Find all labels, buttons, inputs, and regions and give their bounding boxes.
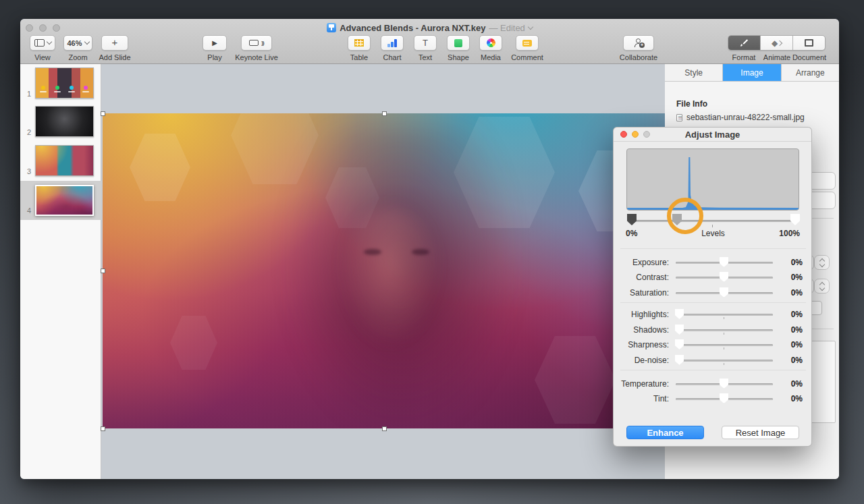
tab-image[interactable]: Image: [723, 64, 781, 81]
slider-value: 0%: [773, 324, 803, 336]
keynote-live-button[interactable]: )) Keynote Live: [241, 35, 272, 51]
chevron-down-icon: [46, 39, 51, 45]
slider-track[interactable]: [676, 360, 773, 362]
face-highlight: [339, 208, 440, 346]
format-label: Format: [732, 53, 756, 61]
table-label: Table: [350, 53, 368, 61]
window-title-row: Advanced Blends - Aurora NXT.key — Edite…: [20, 22, 839, 33]
document-label: Document: [792, 53, 826, 61]
selection-handle-middle-left[interactable]: [101, 269, 105, 273]
slider-handle[interactable]: [720, 257, 728, 267]
file-name: sebastian-unrau-48222-small.jpg: [686, 113, 805, 122]
laptop-icon: [249, 40, 259, 46]
collaborate-label: Collaborate: [620, 53, 657, 61]
histogram-graph: [627, 149, 799, 210]
keynote-live-label: Keynote Live: [235, 53, 278, 61]
desktop-background: Advanced Blends - Aurora NXT.key — Edite…: [0, 0, 864, 504]
slider-row-contrast: Contrast: 0%: [614, 271, 813, 283]
slide-image[interactable]: [103, 113, 665, 428]
play-button[interactable]: ▶ Play: [202, 35, 227, 51]
stepper-control[interactable]: [814, 255, 830, 270]
levels-track[interactable]: [632, 220, 795, 222]
hexagon-decoration: [535, 336, 616, 424]
title-chevron-down-icon[interactable]: [528, 24, 533, 29]
slider-handle[interactable]: [675, 325, 684, 335]
comment-label: Comment: [511, 53, 543, 61]
slider-value: 0%: [773, 378, 803, 390]
zoom-label: Zoom: [68, 53, 87, 61]
animate-segment[interactable]: ◆: [761, 36, 793, 50]
slider-handle[interactable]: [720, 272, 728, 282]
keynote-window: Advanced Blends - Aurora NXT.key — Edite…: [20, 19, 839, 479]
chart-button[interactable]: Chart: [381, 35, 404, 51]
slide-thumbnail-3[interactable]: [35, 145, 94, 176]
levels-handle-min[interactable]: [627, 214, 637, 225]
histogram: [626, 148, 799, 211]
slider-label: Shadows:: [614, 324, 669, 336]
slider-row-exposure: Exposure: 0%: [614, 256, 813, 269]
chart-icon: [387, 39, 397, 47]
play-icon: ▶: [212, 39, 217, 47]
shape-label: Shape: [448, 53, 469, 61]
slider-value: 0%: [773, 271, 803, 283]
hexagon-decoration: [170, 316, 217, 370]
selection-handle-bottom-center[interactable]: [382, 426, 387, 431]
view-button[interactable]: View: [30, 35, 55, 51]
tab-style[interactable]: Style: [665, 64, 723, 81]
selection-handle-top-center[interactable]: [382, 111, 387, 116]
selection-handle-bottom-left[interactable]: [101, 426, 105, 431]
file-info-row: sebastian-unrau-48222-small.jpg: [676, 113, 805, 122]
slider-handle[interactable]: [675, 309, 684, 319]
divider: [620, 302, 806, 303]
slider-track[interactable]: [676, 329, 773, 331]
format-segment[interactable]: [728, 36, 761, 50]
slider-row-saturation: Saturation: 0%: [614, 287, 813, 299]
slider-row-sharpness: Sharpness: 0%: [614, 339, 813, 351]
slider-value: 0%: [773, 393, 803, 405]
bullet-dot: [55, 86, 59, 90]
media-icon: [487, 38, 495, 47]
tab-arrange[interactable]: Arrange: [782, 64, 839, 81]
slide-thumbnail-4[interactable]: [35, 185, 94, 216]
slide-number: 3: [20, 167, 31, 175]
media-button[interactable]: Media: [479, 35, 502, 51]
slider-handle[interactable]: [720, 287, 728, 298]
eye-shadow: [412, 249, 429, 255]
bullet-dot: [84, 86, 88, 90]
slider-handle[interactable]: [675, 355, 684, 365]
selection-handle-top-left[interactable]: [101, 111, 105, 116]
panel-titlebar: Adjust Image: [614, 128, 811, 142]
stepper-control[interactable]: [814, 279, 830, 293]
slide-thumbnail-2[interactable]: [35, 106, 94, 137]
enhance-button[interactable]: Enhance: [626, 426, 704, 439]
reset-image-button[interactable]: Reset Image: [722, 426, 799, 439]
document-segment[interactable]: [793, 36, 825, 50]
slide-number: 2: [20, 128, 31, 136]
broadcast-waves-icon: )): [261, 40, 263, 46]
slider-value: 0%: [773, 339, 803, 351]
play-label: Play: [207, 53, 221, 61]
slider-value: 0%: [773, 308, 803, 320]
document-icon: [805, 39, 813, 47]
slider-track[interactable]: [676, 344, 773, 346]
comment-button[interactable]: Comment: [516, 35, 539, 51]
slider-handle[interactable]: [720, 393, 728, 403]
slide-thumbnail-1[interactable]: [35, 67, 94, 99]
add-slide-button[interactable]: + Add Slide: [101, 35, 128, 51]
bullet-dot: [70, 86, 74, 90]
shape-button[interactable]: Shape: [447, 35, 470, 51]
slider-handle[interactable]: [720, 379, 728, 389]
slide-number: 4: [20, 206, 31, 215]
text-button[interactable]: T Text: [414, 35, 437, 51]
slider-value: 0%: [773, 287, 803, 299]
slider-handle[interactable]: [675, 339, 684, 349]
slider-label: Sharpness:: [614, 339, 669, 351]
comment-icon: [522, 40, 532, 47]
collaborate-button[interactable]: + Collaborate: [623, 35, 654, 51]
levels-handle-max[interactable]: [790, 214, 800, 225]
text-label: Text: [418, 53, 432, 61]
animate-label: Animate: [763, 53, 790, 61]
zoom-button[interactable]: 46% Zoom: [63, 35, 92, 51]
table-button[interactable]: Table: [348, 35, 371, 51]
slider-track[interactable]: [676, 314, 773, 316]
